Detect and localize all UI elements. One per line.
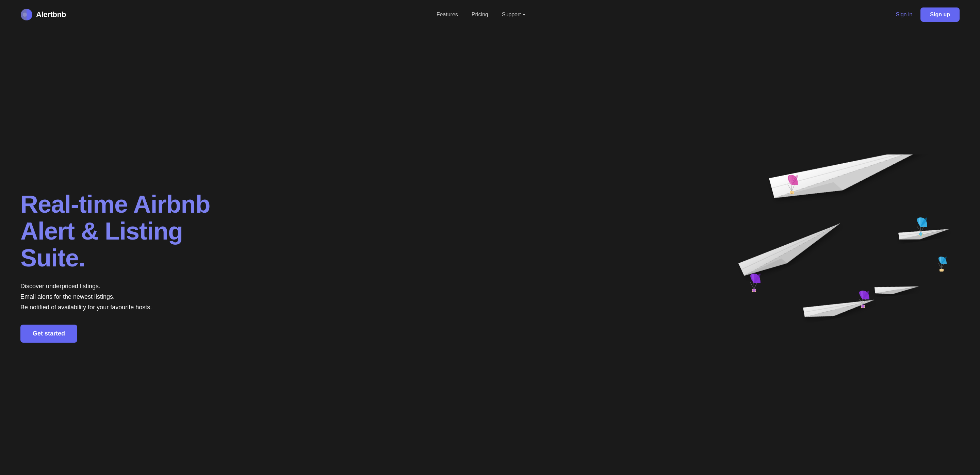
svg-line-25	[754, 283, 757, 289]
hero-image: ✉ 2	[728, 154, 966, 359]
svg-line-43	[942, 263, 944, 269]
nav-links: Features Pricing Support	[437, 11, 525, 18]
sign-up-button[interactable]: Sign up	[920, 8, 959, 22]
svg-line-24	[754, 283, 754, 289]
svg-line-8	[741, 224, 840, 270]
navbar: Alertbnb Features Pricing Support Sign i…	[0, 0, 980, 29]
logo[interactable]: Alertbnb	[21, 8, 66, 21]
svg-text:1: 1	[862, 305, 864, 308]
logo-icon	[21, 8, 33, 21]
nav-support[interactable]: Support	[502, 11, 525, 18]
svg-text:2: 2	[754, 289, 755, 292]
nav-pricing[interactable]: Pricing	[472, 11, 488, 18]
svg-text:3: 3	[920, 234, 921, 235]
svg-point-1	[23, 13, 27, 17]
hero-subtitle: Discover underpriced listings. Email ale…	[21, 281, 211, 312]
get-started-button[interactable]: Get started	[21, 325, 77, 343]
nav-features[interactable]: Features	[437, 11, 458, 18]
nav-auth: Sign in Sign up	[896, 8, 959, 22]
hero-content: Real-time Airbnb Alert & Listing Suite. …	[21, 184, 211, 343]
svg-line-23	[750, 283, 754, 289]
hero-illustration: ✉ 2	[224, 165, 959, 362]
sign-in-button[interactable]: Sign in	[896, 11, 912, 18]
svg-line-41	[939, 263, 942, 269]
svg-marker-7	[741, 224, 846, 282]
hero-section: Real-time Airbnb Alert & Listing Suite. …	[0, 29, 980, 475]
svg-rect-44	[940, 269, 943, 272]
hero-title: Real-time Airbnb Alert & Listing Suite.	[21, 191, 211, 272]
logo-text: Alertbnb	[36, 10, 66, 19]
chevron-down-icon	[523, 14, 525, 16]
svg-text:✉: ✉	[791, 192, 792, 194]
